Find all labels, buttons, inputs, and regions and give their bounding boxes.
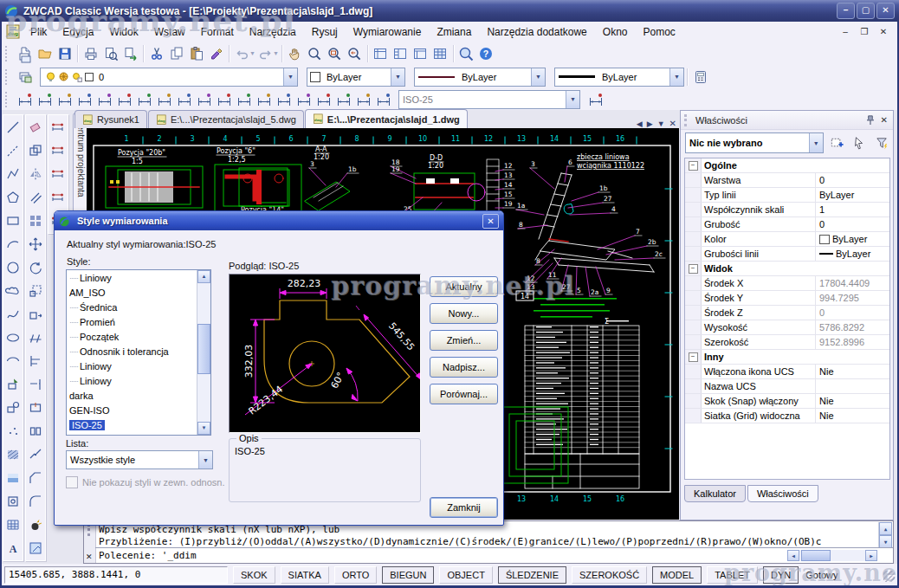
collapse-icon[interactable]: − <box>689 161 698 171</box>
polygon-icon[interactable] <box>3 187 23 208</box>
property-row-szeroko[interactable]: Szerokość9152.8996 <box>685 335 889 350</box>
menu-item-wstaw[interactable]: Wstaw <box>146 23 193 41</box>
dimcontinue-icon[interactable] <box>214 90 234 109</box>
checkbox-icon[interactable] <box>66 476 78 488</box>
chevron-down-icon[interactable]: ▼ <box>809 133 823 152</box>
open-icon[interactable] <box>35 44 55 63</box>
style-item-promie[interactable]: ·····Promień <box>67 314 210 329</box>
ellipse-arc-icon[interactable] <box>3 351 23 372</box>
mdi-restore-button[interactable]: ❐ <box>857 26 871 38</box>
menu-item-pomoc[interactable]: Pomoc <box>635 23 682 41</box>
revcloud-icon[interactable] <box>3 281 23 301</box>
scrollbar-thumb[interactable] <box>197 324 210 374</box>
cut-icon[interactable] <box>146 44 166 63</box>
panel-tab-kalkulator[interactable]: Kalkulator <box>684 485 746 502</box>
chevron-down-icon[interactable]: ▼ <box>198 451 212 468</box>
property-row-wysoko[interactable]: Wysokość5786.8292 <box>685 320 889 335</box>
stretch-icon[interactable] <box>26 304 45 325</box>
find-icon[interactable] <box>456 44 476 63</box>
circle-icon[interactable] <box>3 257 23 278</box>
tab-close-icon[interactable]: ✕ <box>669 119 676 128</box>
rotate-icon[interactable] <box>26 257 45 278</box>
command-h-scrollbar[interactable]: ◀ ▶ <box>787 550 877 561</box>
property-row-rodek-y[interactable]: Środek Y994.7295 <box>685 291 889 306</box>
paste-icon[interactable] <box>186 44 206 63</box>
document-tab-e-prezentacja-slajd-5-dwg[interactable]: dwgE:\...\Prezentacja\slajd_5.dwg <box>148 110 304 128</box>
chevron-down-icon[interactable]: ▼ <box>283 68 297 86</box>
palette-icon[interactable] <box>371 44 391 63</box>
scroll-up-icon[interactable]: ▲ <box>197 270 210 283</box>
break-pt-icon[interactable] <box>26 397 45 418</box>
dimangular-icon[interactable] <box>154 90 174 109</box>
status-toggle-skok[interactable]: SKOK <box>233 566 275 584</box>
collapse-icon[interactable]: − <box>689 352 698 362</box>
dimlinear-icon[interactable] <box>15 90 35 109</box>
property-row-wsp-czynnik-skali[interactable]: Współczynnik skali1 <box>685 203 889 217</box>
property-row-rodek-x[interactable]: Środek X17804.4409 <box>685 276 889 291</box>
chevron-down-icon[interactable]: ▼ <box>273 50 279 56</box>
por-wnaj-button[interactable]: Porównaj... <box>430 384 498 404</box>
command-window-rail[interactable]: ✕ <box>84 521 96 563</box>
dimupdate-icon[interactable] <box>585 90 605 109</box>
diminspect-icon[interactable] <box>314 90 333 109</box>
extend-icon[interactable] <box>26 374 45 395</box>
style-item-pocz-tek[interactable]: ·····Początek <box>67 329 210 344</box>
zoom-icon[interactable] <box>305 44 325 63</box>
line-icon[interactable] <box>3 117 23 138</box>
palette3-icon[interactable] <box>411 44 430 63</box>
dimaligned-icon[interactable] <box>35 90 55 109</box>
move-icon[interactable] <box>26 234 45 255</box>
chevron-down-icon[interactable]: ▼ <box>249 50 255 56</box>
palette4-icon[interactable] <box>430 44 450 63</box>
selection-combo[interactable]: Nic nie wybrano ▼ <box>685 132 824 153</box>
dimordinate-icon[interactable] <box>74 90 94 109</box>
trim-icon[interactable] <box>26 351 45 372</box>
color-combo[interactable]: ByLayer ▼ <box>307 68 405 87</box>
menu-item-edycja[interactable]: Edycja <box>55 23 101 41</box>
linetype-combo[interactable]: ByLayer ▼ <box>414 68 546 87</box>
erase-icon[interactable] <box>26 117 45 138</box>
xline-icon[interactable] <box>3 140 23 161</box>
status-toggle-szeroko[interactable]: SZEROKOŚĆ <box>572 566 647 584</box>
command-scrollbar[interactable]: ▲ ▼ <box>878 522 892 548</box>
style-item-odnosnik-i-tolerancja[interactable]: ·····Odnosnik i tolerancja <box>67 344 210 359</box>
menu-item-rysuj[interactable]: Rysuj <box>304 23 346 41</box>
list-filter-combo[interactable]: Wszystkie style ▼ <box>66 450 213 469</box>
property-row-typ-linii[interactable]: Typ liniiByLayer <box>685 188 889 203</box>
fillet-icon[interactable] <box>26 491 45 512</box>
copy-obj-icon[interactable] <box>26 140 45 161</box>
gradient-icon[interactable] <box>3 468 23 488</box>
dialog-close-icon[interactable]: ✕ <box>482 214 499 229</box>
break-icon[interactable] <box>26 421 45 442</box>
chevron-down-icon[interactable]: ▼ <box>531 68 545 86</box>
property-group-widok[interactable]: −Widok <box>685 262 889 276</box>
chamfer-icon[interactable] <box>26 468 45 488</box>
copy-icon[interactable] <box>166 44 186 63</box>
vdim3-icon[interactable] <box>49 164 68 184</box>
spline-icon[interactable] <box>3 304 23 325</box>
property-group-inny[interactable]: −Inny <box>685 350 889 365</box>
property-row-skok-snap-w-czony[interactable]: Skok (Snap) włączonyNie <box>685 394 889 409</box>
join-icon[interactable] <box>26 444 45 465</box>
status-toggle-tablet[interactable]: TABLET <box>707 566 758 584</box>
zoomwin-icon[interactable] <box>325 44 345 63</box>
menu-item-okno[interactable]: Okno <box>595 23 636 41</box>
property-row-grubo[interactable]: Grubość0 <box>685 217 889 232</box>
tab-scroll-left-icon[interactable]: ◀ <box>637 120 643 128</box>
command-input[interactable]: Polecenie: '_ddim <box>99 550 861 561</box>
layers-icon[interactable] <box>15 48 35 68</box>
palette2-icon[interactable] <box>391 44 411 63</box>
dimbaseline-icon[interactable] <box>194 90 214 109</box>
toolbar-grip[interactable] <box>5 69 11 85</box>
chevron-down-icon[interactable]: ▼ <box>566 91 579 108</box>
make-block-icon[interactable] <box>3 397 23 418</box>
filter-icon[interactable] <box>873 134 890 152</box>
minimize-button[interactable]: – <box>837 3 855 19</box>
pin-icon[interactable] <box>864 114 876 126</box>
property-row-grubo-ci-linii[interactable]: Grubości liniiByLayer <box>685 247 889 262</box>
collapse-icon[interactable]: − <box>689 264 698 274</box>
property-row-w-czona-ikona-ucs[interactable]: Włączona ikona UCSNie <box>685 365 889 379</box>
vdim2-icon[interactable] <box>49 140 68 161</box>
close-icon[interactable]: ✕ <box>881 115 888 125</box>
status-toggle-siatka[interactable]: SIATKA <box>281 566 329 584</box>
